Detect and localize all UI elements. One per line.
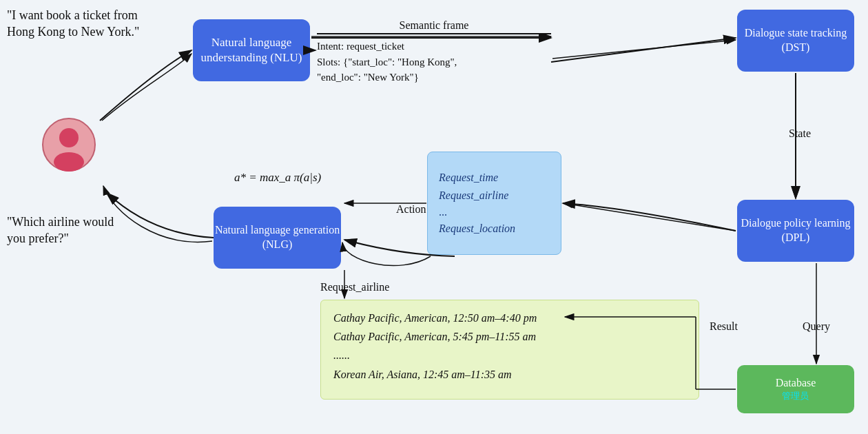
db-label: Database	[776, 376, 816, 391]
formula: a* = max_a π(a|s)	[234, 171, 321, 185]
db-sublabel: 管理员	[776, 391, 816, 402]
label-req-airline: Request_airline	[320, 281, 389, 293]
quote-bottom: "Which airline would you prefer?"	[7, 214, 134, 247]
semantic-frame-title: Semantic frame	[317, 19, 551, 32]
result-item-2: Cathay Pacific, American, 5:45 pm–11:55 …	[333, 327, 686, 346]
box-results: Cathay Pacific, American, 12:50 am–4:40 …	[320, 300, 699, 400]
avatar	[41, 117, 96, 172]
label-action: Action	[396, 203, 426, 216]
label-result: Result	[710, 320, 738, 333]
result-item-dots: ......	[333, 346, 686, 364]
result-item-1: Cathay Pacific, American, 12:50 am–4:40 …	[333, 309, 686, 327]
quote-top: "I want book a ticket from Hong Kong to …	[7, 7, 141, 41]
svg-point-2	[54, 152, 84, 172]
result-item-3: Korean Air, Asiana, 12:45 am–11:35 am	[333, 365, 686, 384]
svg-point-1	[59, 128, 79, 147]
action-item-2: Request_airline	[439, 187, 550, 205]
action-item-1: Request_time	[439, 169, 550, 187]
box-dst: Dialogue state tracking (DST)	[737, 10, 854, 72]
box-db: Database 管理员	[737, 365, 854, 413]
semantic-frame: Semantic frame Intent: request_ticket Sl…	[317, 19, 551, 85]
semantic-frame-intent: Intent: request_ticket	[317, 39, 551, 54]
box-action: Request_time Request_airline ... Request…	[427, 152, 561, 255]
semantic-frame-slots2: "end_loc": "New York"}	[317, 70, 551, 85]
semantic-frame-slots: Slots: {"start_loc": "Hong Kong",	[317, 54, 551, 70]
svg-line-15	[564, 203, 736, 231]
diagram-container: "I want book a ticket from Hong Kong to …	[0, 0, 868, 434]
box-dpl: Dialogue policy learning (DPL)	[737, 200, 854, 262]
box-nlu: Natural language understanding (NLU)	[193, 19, 310, 81]
svg-line-8	[551, 38, 736, 62]
label-state: State	[789, 127, 811, 140]
action-item-3: Request_location	[439, 220, 550, 238]
box-nlg: Natural language generation (NLG)	[214, 207, 341, 269]
label-query: Query	[803, 320, 830, 333]
action-dots: ...	[439, 205, 550, 220]
svg-line-13	[552, 40, 736, 59]
semantic-frame-content: Intent: request_ticket Slots: {"start_lo…	[317, 33, 551, 85]
